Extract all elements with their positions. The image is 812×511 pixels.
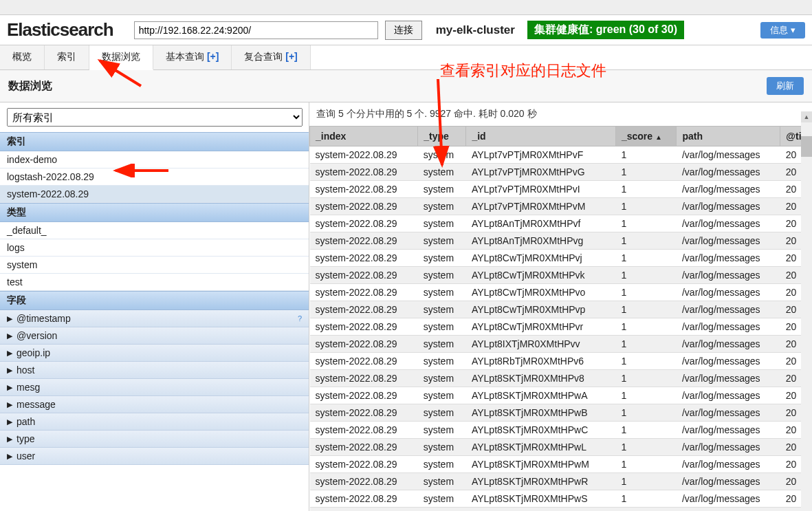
cell: /var/log/messages xyxy=(677,422,780,439)
table-row[interactable]: system-2022.08.29systemAYLpt8SKTjMR0XMtH… xyxy=(310,404,812,422)
table-row[interactable]: system-2022.08.29systemAYLpt7vPTjMR0XMtH… xyxy=(310,146,812,164)
table-row[interactable]: system-2022.08.29systemAYLpt8SKTjMR0XMtH… xyxy=(310,490,812,508)
cell: system xyxy=(418,318,466,336)
tab-复合查询[interactable]: 复合查询 [+] xyxy=(232,45,310,69)
cluster-url-input[interactable] xyxy=(134,21,378,39)
table-row[interactable]: system-2022.08.29systemAYLpt7vPTjMR0XMtH… xyxy=(310,198,812,215)
field-item[interactable]: ▶@version xyxy=(0,327,309,345)
table-row[interactable]: system-2022.08.29systemAYLpt8SKTjMR0XMtH… xyxy=(310,422,812,439)
column-header[interactable]: _index xyxy=(310,127,418,146)
table-row[interactable]: system-2022.08.29systemAYLpt7vPTjMR0XMtH… xyxy=(310,164,812,181)
chevron-down-icon: ▾ xyxy=(791,25,795,35)
index-item[interactable]: logstash-2022.08.29 xyxy=(0,168,309,186)
cell: system-2022.08.29 xyxy=(310,336,418,353)
type-item[interactable]: system xyxy=(0,257,309,274)
cell: system-2022.08.29 xyxy=(310,473,418,490)
cell: /var/log/messages xyxy=(677,353,780,370)
table-row[interactable]: system-2022.08.29systemAYLpt8IXTjMR0XMtH… xyxy=(310,336,812,353)
sidebar: 所有索引 索引 index-demologstash-2022.08.29sys… xyxy=(0,102,309,511)
cell: /var/log/messages xyxy=(677,318,780,336)
table-row[interactable]: system-2022.08.29systemAYLpt8RbTjMR0XMtH… xyxy=(310,353,812,370)
table-row[interactable]: system-2022.08.29systemAYLpt8CwTjMR0XMtH… xyxy=(310,301,812,318)
scroll-up-icon[interactable]: ▲ xyxy=(801,111,812,122)
index-select[interactable]: 所有索引 xyxy=(7,108,303,127)
cell: system-2022.08.29 xyxy=(310,198,418,215)
field-item[interactable]: ▶@timestamp? xyxy=(0,310,309,327)
cell: AYLpt8SKTjMR0XMtHPwL xyxy=(466,439,616,456)
query-info: 查询 5 个分片中用的 5 个. 9927 命中. 耗时 0.020 秒 xyxy=(309,102,812,126)
cell: AYLpt8CwTjMR0XMtHPvj xyxy=(466,250,616,267)
column-header[interactable]: _type xyxy=(418,127,466,146)
field-item[interactable]: ▶user xyxy=(0,448,309,465)
tab-数据浏览[interactable]: 数据浏览 xyxy=(89,45,153,70)
cell: system-2022.08.29 xyxy=(310,439,418,456)
help-icon[interactable]: ? xyxy=(298,314,302,323)
cell: /var/log/messages xyxy=(677,508,780,512)
expand-icon: ▶ xyxy=(7,383,12,392)
type-item[interactable]: _default_ xyxy=(0,222,309,239)
cell: 1 xyxy=(615,250,677,267)
vertical-scrollbar[interactable]: ▲ xyxy=(801,111,812,511)
index-item[interactable]: index-demo xyxy=(0,151,309,168)
index-item[interactable]: system-2022.08.29 xyxy=(0,186,309,203)
connect-button[interactable]: 连接 xyxy=(385,21,422,40)
table-row[interactable]: system-2022.08.29systemAYLpt8SKTjMR0XMtH… xyxy=(310,473,812,490)
cell: system xyxy=(418,422,466,439)
table-row[interactable]: system-2022.08.29systemAYLpt8SKTjMR0XMtH… xyxy=(310,370,812,387)
table-row[interactable]: system-2022.08.29systemAYLpt8CwTjMR0XMtH… xyxy=(310,250,812,267)
cell: AYLpt8CwTjMR0XMtHPvp xyxy=(466,301,616,318)
cell: /var/log/messages xyxy=(677,473,780,490)
field-item[interactable]: ▶mesg xyxy=(0,379,309,396)
field-item[interactable]: ▶host xyxy=(0,362,309,379)
table-row[interactable]: system-2022.08.29systemAYLpt8AnTjMR0XMtH… xyxy=(310,215,812,232)
table-row[interactable]: system-2022.08.29systemAYLpt7vPTjMR0XMtH… xyxy=(310,181,812,198)
table-row[interactable]: system-2022.08.29systemAYLpt8AnTjMR0XMtH… xyxy=(310,232,812,250)
cell: AYLpt8SKTjMR0XMtHPv8 xyxy=(466,370,616,387)
cell: system xyxy=(418,353,466,370)
cell: system-2022.08.29 xyxy=(310,318,418,336)
cell: 1 xyxy=(615,181,677,198)
tab-索引[interactable]: 索引 xyxy=(45,45,89,69)
type-item[interactable]: logs xyxy=(0,239,309,257)
cell: system-2022.08.29 xyxy=(310,301,418,318)
cell: AYLpt7vPTjMR0XMtHPvG xyxy=(466,164,616,181)
field-item[interactable]: ▶path xyxy=(0,413,309,431)
cluster-health-badge: 集群健康值: green (30 of 30) xyxy=(527,21,684,39)
table-row[interactable]: system-2022.08.29systemAYLpt8CwTjMR0XMtH… xyxy=(310,318,812,336)
cell: 1 xyxy=(615,164,677,181)
cell: system xyxy=(418,490,466,508)
column-header[interactable]: _id xyxy=(466,127,616,146)
cell: 1 xyxy=(615,215,677,232)
cell: system-2022.08.29 xyxy=(310,404,418,422)
expand-icon: ▶ xyxy=(7,314,12,323)
table-row[interactable]: system-2022.08.29systemAYLpt8SKTjMR0XMtH… xyxy=(310,456,812,473)
header: Elasticsearch 连接 my-elk-cluster 集群健康值: g… xyxy=(0,15,812,45)
table-row[interactable]: system-2022.08.29systemAYLpt8CwTjMR0XMtH… xyxy=(310,267,812,284)
column-header[interactable]: path xyxy=(677,127,780,146)
content: 查询 5 个分片中用的 5 个. 9927 命中. 耗时 0.020 秒 _in… xyxy=(309,102,812,511)
field-item[interactable]: ▶message xyxy=(0,396,309,413)
cell: AYLpt8SKTjMR0XMtHPwR xyxy=(466,473,616,490)
cell: /var/log/messages xyxy=(677,181,780,198)
cell: system-2022.08.29 xyxy=(310,370,418,387)
scroll-thumb[interactable] xyxy=(801,136,812,157)
cell: /var/log/messages xyxy=(677,215,780,232)
field-item[interactable]: ▶geoip.ip xyxy=(0,345,309,362)
tab-概览[interactable]: 概览 xyxy=(0,45,45,69)
cell: AYLpt8IXTjMR0XMtHPvv xyxy=(466,336,616,353)
refresh-button[interactable]: 刷新 xyxy=(767,77,804,95)
info-button[interactable]: 信息▾ xyxy=(760,22,805,39)
type-item[interactable]: test xyxy=(0,274,309,291)
cell: /var/log/messages xyxy=(677,250,780,267)
table-row[interactable]: system-2022.08.29systemAYLpt8SKTjMR0XMtH… xyxy=(310,387,812,404)
cluster-name: my-elk-cluster xyxy=(436,23,515,37)
field-item[interactable]: ▶type xyxy=(0,431,309,448)
tab-基本查询[interactable]: 基本查询 [+] xyxy=(153,45,232,69)
column-header[interactable]: _score▲ xyxy=(615,127,677,146)
cell: system xyxy=(418,146,466,164)
cell: AYLpt7vPTjMR0XMtHPvM xyxy=(466,198,616,215)
table-row[interactable]: system-2022.08.29systemAYLpt8SKTjMR0XMtH… xyxy=(310,508,812,512)
cell: system-2022.08.29 xyxy=(310,250,418,267)
table-row[interactable]: system-2022.08.29systemAYLpt8SKTjMR0XMtH… xyxy=(310,439,812,456)
table-row[interactable]: system-2022.08.29systemAYLpt8CwTjMR0XMtH… xyxy=(310,284,812,301)
